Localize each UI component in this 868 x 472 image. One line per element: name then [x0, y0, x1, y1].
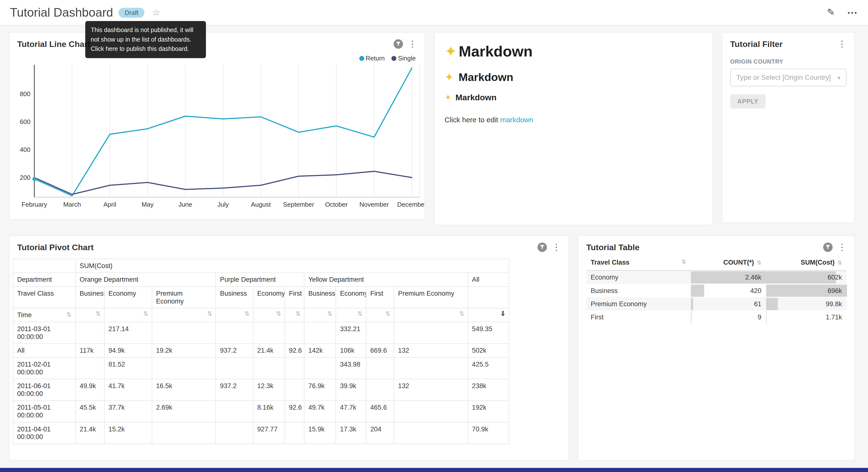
pivot-value-cell: 332.21 — [336, 322, 366, 344]
data-table: Travel Class⇅ COUNT(*)⇅ SUM(Cost)⇅ Econo… — [586, 255, 846, 324]
pivot-value-cell: 425.5 — [468, 357, 509, 379]
pivot-data-row: 2011-03-01 00:00:00217.14332.21549.35 — [13, 322, 509, 344]
markdown-heading-2-text: Markdown — [459, 71, 513, 83]
pivot-value-cell: 217.14 — [104, 322, 152, 344]
svg-text:June: June — [179, 201, 192, 208]
kebab-menu-icon[interactable]: ⋮ — [552, 243, 561, 252]
sort-icon[interactable]: ⇅ — [104, 308, 152, 322]
origin-country-label: ORIGIN COUNTRY — [730, 58, 846, 65]
sort-icon[interactable]: ⇅ — [216, 308, 253, 322]
card-line-chart: Tutorial Line Chart ⋮ Return Single 2004… — [9, 32, 425, 220]
cross-filter-icon[interactable] — [537, 243, 547, 252]
table-header: Tutorial Table ⋮ — [579, 236, 854, 252]
pivot-value-cell: 49.9k — [75, 379, 104, 401]
pivot-value-cell — [394, 422, 468, 444]
pivot-value-cell — [285, 357, 304, 379]
sort-icon[interactable]: ⇅ — [253, 308, 285, 322]
col-travel-class[interactable]: Travel Class⇅ — [586, 255, 691, 270]
pivot-header: Tutorial Pivot Chart ⋮ — [9, 236, 568, 252]
filter-title: Tutorial Filter — [730, 39, 782, 49]
sort-desc-icon[interactable]: ⇩ — [468, 308, 509, 322]
pivot-value-cell: 81.52 — [104, 357, 152, 379]
pivot-value-cell: 238k — [468, 379, 509, 401]
pivot-class-header: Premium Economy — [394, 287, 468, 308]
markdown-footer: Click here to edit markdown — [444, 116, 703, 124]
col-count[interactable]: COUNT(*)⇅ — [690, 255, 766, 270]
card-markdown: ✦Markdown ✦ Markdown ✦ Markdown Click he… — [434, 32, 713, 225]
pivot-row-label: 2011-06-01 00:00:00 — [13, 379, 75, 401]
sum-cell: 602k — [766, 270, 846, 284]
pivot-value-cell — [216, 401, 253, 422]
pivot-value-cell — [253, 357, 285, 379]
pivot-value-cell — [152, 357, 216, 379]
markdown-edit-link[interactable]: markdown — [500, 116, 533, 124]
col-sum-cost[interactable]: SUM(Cost)⇅ — [766, 255, 846, 270]
pivot-data-row: 2011-04-01 00:00:0021.4k15.2k927.7715.9k… — [13, 422, 509, 444]
pivot-value-cell: 94.9k — [104, 344, 152, 358]
pivot-value-cell — [366, 322, 394, 344]
apply-button[interactable]: APPLY — [730, 94, 766, 109]
pivot-value-cell — [216, 422, 253, 444]
sort-icon[interactable]: ⇅ — [366, 308, 394, 322]
sort-icon[interactable]: ⇅ — [304, 308, 336, 322]
draft-status-badge[interactable]: Draft — [119, 7, 145, 18]
pivot-class-header: Economy — [336, 287, 366, 308]
cross-filter-icon[interactable] — [823, 243, 833, 252]
sort-icon[interactable]: ⇅ — [394, 308, 468, 322]
publish-tooltip[interactable]: This dashboard is not published, it will… — [85, 21, 206, 58]
pivot-value-cell: 204 — [366, 422, 394, 444]
pivot-value-cell — [253, 322, 285, 344]
count-cell: 61 — [690, 297, 766, 311]
pivot-value-cell: 16.5k — [152, 379, 216, 401]
origin-country-select[interactable]: Type or Select [Origin Country] ▾ — [730, 69, 846, 86]
sort-icon: ⇅ — [757, 260, 762, 266]
pivot-row-label: 2011-05-01 00:00:00 — [13, 401, 75, 422]
pivot-title: Tutorial Pivot Chart — [17, 243, 94, 252]
edit-dashboard-icon[interactable]: ✎ — [827, 7, 835, 18]
pivot-value-cell: 192k — [468, 401, 509, 422]
pivot-value-cell: 47.7k — [336, 401, 366, 422]
table-row[interactable]: Premium Economy 61 99.8k — [586, 297, 846, 311]
table-row[interactable]: Economy 2.46k 602k — [586, 270, 846, 284]
count-cell: 420 — [690, 284, 766, 297]
chevron-down-icon: ▾ — [838, 75, 840, 81]
pivot-data-row: 2011-06-01 00:00:0049.9k41.7k16.5k937.21… — [13, 379, 509, 401]
pivot-value-cell: 92.6 — [285, 401, 304, 422]
legend-item-return[interactable]: Return — [359, 55, 384, 61]
more-menu-icon[interactable]: ⋯ — [847, 6, 858, 19]
pivot-group-header: Yellow Department — [304, 273, 468, 287]
sort-icon[interactable]: ⇅ — [75, 308, 104, 322]
sort-icon[interactable]: ⇅ — [336, 308, 366, 322]
pivot-value-cell — [75, 322, 104, 344]
table-row[interactable]: Business 420 696k — [586, 284, 846, 297]
sort-icon[interactable]: ⇅ — [152, 308, 216, 322]
pivot-value-cell: 142k — [304, 344, 336, 358]
pivot-data-row: 2011-05-01 00:00:0045.5k37.7k2.69k8.16k9… — [13, 401, 509, 422]
pivot-value-cell: 21.4k — [75, 422, 104, 444]
pivot-value-cell: 39.9k — [336, 379, 366, 401]
legend-dot-single — [392, 56, 396, 61]
svg-text:November: November — [360, 201, 389, 208]
kebab-menu-icon[interactable]: ⋮ — [838, 40, 846, 49]
legend-item-single[interactable]: Single — [392, 55, 416, 61]
kebab-menu-icon[interactable]: ⋮ — [838, 243, 846, 252]
sort-icon: ⇅ — [66, 311, 71, 318]
pivot-value-cell: 669.6 — [366, 344, 394, 358]
pivot-value-cell: 12.3k — [253, 379, 285, 401]
pivot-value-cell: 76.9k — [304, 379, 336, 401]
svg-text:May: May — [142, 201, 154, 208]
sort-icon[interactable]: ⇅ — [285, 308, 304, 322]
pivot-value-cell: 21.4k — [253, 344, 285, 358]
travel-class-cell: First — [586, 311, 691, 324]
pivot-col-dimension: Department — [13, 273, 75, 287]
pivot-value-cell: 927.77 — [253, 422, 285, 444]
pivot-value-cell: 8.16k — [253, 401, 285, 422]
markdown-heading-3: ✦ Markdown — [444, 92, 703, 102]
favorite-star-icon[interactable]: ☆ — [152, 7, 160, 18]
pivot-row-label: 2011-04-01 00:00:00 — [13, 422, 75, 444]
pivot-value-cell — [304, 357, 336, 379]
pivot-time-label[interactable]: Time⇅ — [13, 308, 75, 322]
pivot-value-cell: 549.35 — [468, 322, 509, 344]
pivot-value-cell: 41.7k — [104, 379, 152, 401]
table-row[interactable]: First 9 1.71k — [586, 311, 846, 324]
